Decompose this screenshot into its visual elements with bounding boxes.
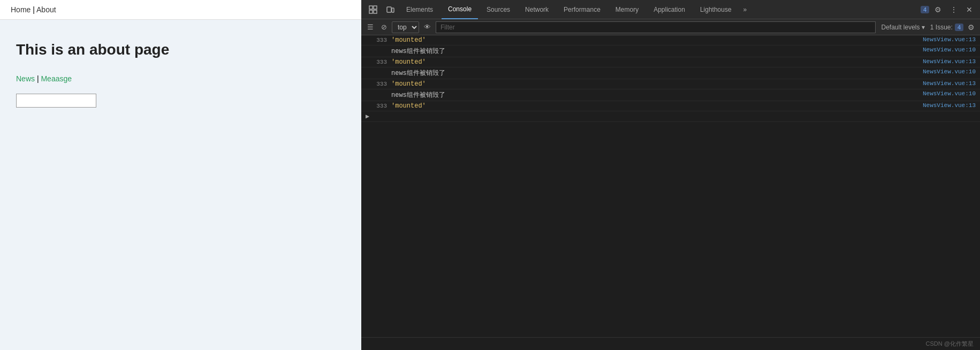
- badge-count: 4: [921, 6, 929, 13]
- message-link[interactable]: Meaasge: [41, 74, 72, 83]
- home-link[interactable]: Home: [11, 5, 31, 14]
- log-file-link[interactable]: NewsView.vue:10: [923, 69, 976, 75]
- sub-nav-separator: |: [37, 74, 39, 83]
- tab-application[interactable]: Application: [647, 0, 692, 19]
- issues-label: 1 Issue:: [930, 24, 953, 31]
- log-text: 'mounted': [391, 102, 426, 110]
- nav-separator: |: [33, 5, 35, 14]
- log-row: news组件被销毁了 NewsView.vue:10: [361, 45, 980, 57]
- eye-icon[interactable]: 👁: [421, 22, 434, 32]
- svg-rect-1: [374, 6, 377, 9]
- log-text: news组件被销毁了: [391, 90, 445, 100]
- filter-input[interactable]: [436, 21, 876, 33]
- log-text: 'mounted': [391, 58, 426, 66]
- log-file-link[interactable]: NewsView.vue:13: [923, 58, 976, 65]
- tab-elements[interactable]: Elements: [400, 0, 439, 19]
- devtools-panel: Elements Console Sources Network Perform…: [361, 0, 980, 350]
- issues-badge: 1 Issue: 4: [930, 24, 963, 31]
- tab-console[interactable]: Console: [442, 0, 478, 19]
- device-toolbar-icon[interactable]: [383, 3, 398, 16]
- log-file-link[interactable]: NewsView.vue:13: [923, 102, 976, 109]
- bottom-bar: CSDN @化作繁星: [361, 337, 980, 350]
- devtools-right-icons: 4 ⚙ ⋮ ✕: [921, 3, 976, 16]
- log-count: 333: [370, 58, 387, 65]
- log-count: [370, 69, 387, 69]
- nav-bar: Home | About: [0, 0, 361, 20]
- log-expand-row[interactable]: ▶: [361, 111, 980, 122]
- page-content: This is an about page News | Meaasge: [0, 20, 361, 350]
- log-count: [370, 47, 387, 47]
- svg-rect-0: [369, 6, 373, 9]
- default-levels-button[interactable]: Default levels ▾: [878, 22, 928, 32]
- log-file-link[interactable]: NewsView.vue:10: [923, 90, 976, 97]
- more-tabs-button[interactable]: »: [740, 2, 750, 18]
- tab-network[interactable]: Network: [519, 0, 555, 19]
- log-text: 'mounted': [391, 36, 426, 44]
- expand-icon[interactable]: ▶: [366, 112, 369, 120]
- log-row: 333 'mounted' NewsView.vue:13: [361, 35, 980, 45]
- tab-lighthouse[interactable]: Lighthouse: [694, 0, 738, 19]
- svg-rect-2: [369, 10, 373, 13]
- browser-page: Home | About This is an about page News …: [0, 0, 361, 350]
- devtools-toggle-icon[interactable]: [366, 3, 381, 16]
- log-file-link[interactable]: NewsView.vue:13: [923, 36, 976, 43]
- log-count: 333: [370, 80, 387, 87]
- devtools-toolbar2: ☰ ⊘ top 👁 Default levels ▾ 1 Issue: 4 ⚙: [361, 19, 980, 35]
- tab-sources[interactable]: Sources: [480, 0, 516, 19]
- svg-rect-4: [387, 7, 391, 12]
- sub-nav: News | Meaasge: [16, 74, 345, 83]
- svg-rect-3: [374, 10, 377, 13]
- log-count: [370, 90, 387, 91]
- sidebar-toggle-icon[interactable]: ☰: [364, 22, 376, 32]
- log-count: 333: [370, 102, 387, 109]
- about-link[interactable]: About: [36, 5, 56, 14]
- log-row: 333 'mounted' NewsView.vue:13: [361, 57, 980, 67]
- log-file-link[interactable]: NewsView.vue:13: [923, 80, 976, 87]
- log-text: 'mounted': [391, 80, 426, 88]
- log-text: news组件被销毁了: [391, 69, 445, 78]
- log-count: 333: [370, 36, 387, 43]
- tab-performance[interactable]: Performance: [557, 0, 607, 19]
- log-text: news组件被销毁了: [391, 47, 445, 56]
- log-row: 333 'mounted' NewsView.vue:13: [361, 101, 980, 111]
- close-devtools-icon[interactable]: ✕: [963, 3, 976, 16]
- console-settings-icon[interactable]: ⚙: [966, 22, 977, 33]
- page-title: This is an about page: [16, 41, 345, 58]
- issues-count: 4: [955, 24, 963, 31]
- news-link[interactable]: News: [16, 74, 35, 83]
- console-log: 333 'mounted' NewsView.vue:13 news组件被销毁了…: [361, 35, 980, 337]
- svg-rect-5: [392, 8, 394, 12]
- tab-memory[interactable]: Memory: [609, 0, 645, 19]
- settings-icon[interactable]: ⚙: [931, 3, 945, 16]
- devtools-toolbar: Elements Console Sources Network Perform…: [361, 0, 980, 19]
- more-options-icon[interactable]: ⋮: [947, 3, 961, 16]
- log-row: 333 'mounted' NewsView.vue:13: [361, 79, 980, 89]
- log-row: news组件被销毁了 NewsView.vue:10: [361, 89, 980, 101]
- page-input[interactable]: [16, 94, 96, 108]
- log-file-link[interactable]: NewsView.vue:10: [923, 47, 976, 53]
- attribution-text: CSDN @化作繁星: [926, 340, 974, 348]
- context-selector[interactable]: top: [392, 21, 419, 33]
- log-row: news组件被销毁了 NewsView.vue:10: [361, 67, 980, 79]
- clear-console-icon[interactable]: ⊘: [378, 22, 390, 32]
